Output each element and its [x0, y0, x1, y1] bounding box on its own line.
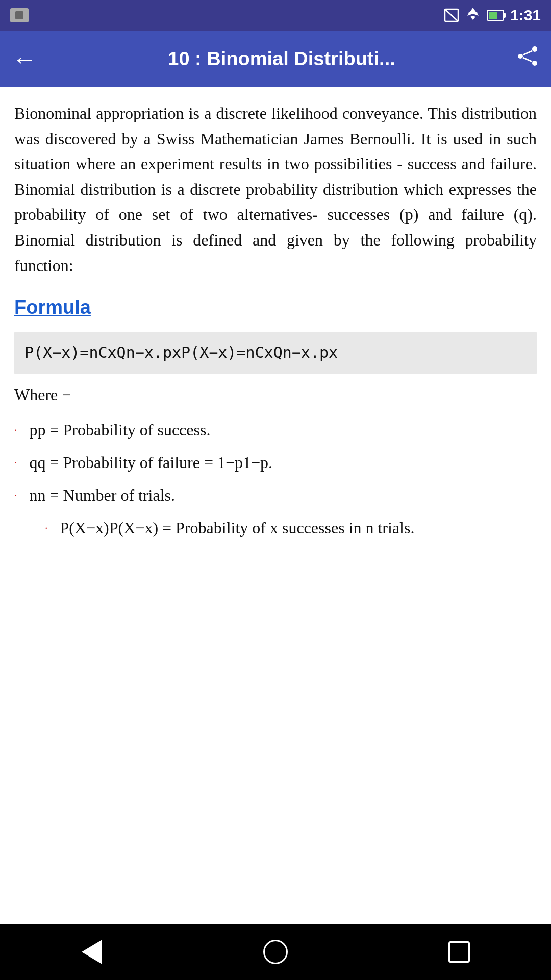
bullet-text: pp = Probability of success. — [30, 418, 537, 442]
nav-home-button[interactable] — [260, 937, 291, 967]
nav-back-button[interactable] — [77, 937, 107, 967]
list-item: · qq = Probability of failure = 1−p1−p. — [14, 450, 537, 475]
status-bar-left — [10, 8, 29, 22]
main-paragraph: Bionominal appropriation is a discrete l… — [14, 101, 537, 278]
bullet-dot: · — [45, 520, 48, 536]
share-button[interactable] — [516, 45, 539, 72]
bullet-list: · pp = Probability of success. · qq = Pr… — [14, 418, 537, 540]
bullet-text: qq = Probability of failure = 1−p1−p. — [30, 450, 537, 475]
list-item: · P(X−x)P(X−x) = Probability of x succes… — [14, 516, 537, 540]
list-item: · nn = Number of trials. — [14, 483, 537, 507]
status-bar: 1:31 — [0, 0, 551, 31]
svg-line-6 — [523, 58, 532, 62]
back-triangle-icon — [82, 940, 102, 964]
bullet-text: nn = Number of trials. — [30, 483, 537, 507]
formula-heading: Formula — [14, 292, 537, 323]
svg-point-3 — [518, 54, 523, 59]
bottom-nav — [0, 924, 551, 980]
nav-recent-button[interactable] — [444, 937, 474, 967]
content-area: Bionominal appropriation is a discrete l… — [0, 87, 551, 924]
airplane-icon — [465, 7, 481, 24]
bullet-dot: · — [14, 487, 17, 504]
bullet-text: P(X−x)P(X−x) = Probability of x successe… — [60, 516, 537, 540]
recent-square-icon — [448, 941, 470, 963]
formula-box: P(X−x)=nCxQn−x.pxP(X−x)=nCxQn−x.px — [14, 332, 537, 374]
home-circle-icon — [263, 940, 288, 964]
svg-line-1 — [445, 9, 458, 21]
battery-icon — [487, 10, 504, 21]
svg-line-5 — [523, 51, 532, 55]
back-button[interactable]: ← — [12, 45, 37, 73]
app-bar: ← 10 : Binomial Distributi... — [0, 31, 551, 87]
svg-point-2 — [532, 46, 537, 52]
list-item: · pp = Probability of success. — [14, 418, 537, 442]
svg-point-4 — [532, 61, 537, 66]
where-text: Where − — [14, 382, 537, 408]
status-bar-right: 1:31 — [444, 7, 541, 24]
bullet-dot: · — [14, 422, 17, 438]
status-time: 1:31 — [510, 7, 541, 24]
sim-off-icon — [444, 8, 459, 22]
bullet-dot: · — [14, 454, 17, 471]
page-title: 10 : Binomial Distributi... — [47, 48, 516, 70]
